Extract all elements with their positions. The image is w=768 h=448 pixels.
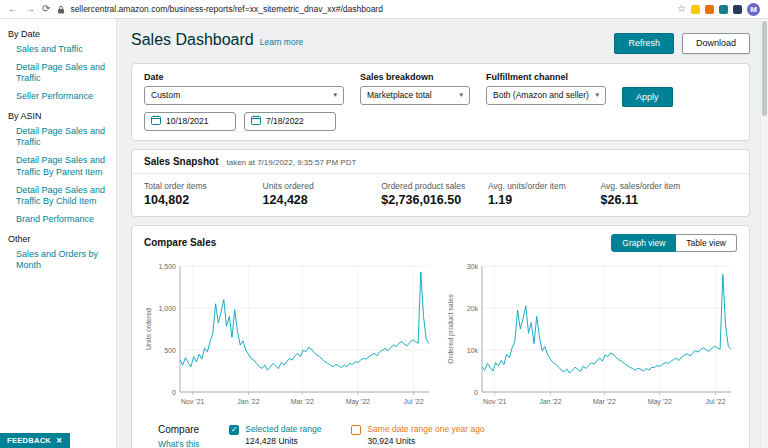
extension-icon-4[interactable] — [733, 5, 742, 14]
compare-block: Compare What's this — [158, 424, 199, 448]
snapshot-title: Sales Snapshot — [144, 156, 218, 167]
units-ordered-chart: 05001,0001,500Nov '21Jan '22Mar '22May '… — [144, 258, 436, 418]
calendar-icon — [151, 115, 161, 127]
sidebar-item-detail-page-sales-traffic-asin[interactable]: Detail Page Sales and Traffic — [0, 123, 116, 152]
calendar-icon — [251, 115, 261, 127]
compare-sales-panel: Compare Sales Graph view Table view 0500… — [131, 225, 750, 448]
metric-value: $26.11 — [601, 193, 737, 207]
svg-text:Jan '22: Jan '22 — [237, 398, 259, 405]
legend-units: 30,924 Units — [367, 436, 484, 446]
svg-text:1,500: 1,500 — [158, 262, 176, 269]
svg-text:Mar '22: Mar '22 — [592, 398, 615, 405]
svg-text:0: 0 — [172, 388, 176, 395]
units-ordered-chart-svg: 05001,0001,500Nov '21Jan '22Mar '22May '… — [144, 258, 435, 414]
metric-value: $2,736,016.50 — [381, 193, 488, 207]
metric-value: 1.19 — [488, 193, 601, 207]
sidebar: By Date Sales and Traffic Detail Page Sa… — [0, 19, 117, 448]
svg-text:Units ordered: Units ordered — [145, 308, 152, 350]
metric-label: Avg. sales/order item — [601, 181, 737, 191]
extension-icon-1[interactable] — [691, 5, 700, 14]
svg-text:Mar '22: Mar '22 — [291, 398, 314, 405]
compare-legend: Compare What's this ✓ Selected date rang… — [144, 424, 737, 448]
reload-icon[interactable]: ⟳ — [42, 4, 50, 14]
date-filter-label: Date — [144, 72, 344, 82]
bookmark-star-icon[interactable]: ☆ — [677, 4, 686, 14]
ordered-product-sales-chart: 010k20k30kNov '21Jan '22Mar '22May '22Ju… — [446, 258, 738, 418]
chevron-down-icon: ▾ — [459, 91, 463, 99]
browser-actions: ☆ M — [677, 3, 760, 16]
previous-range-checkbox[interactable] — [351, 425, 361, 435]
apply-container: Apply — [622, 72, 673, 131]
scrollbar — [760, 19, 768, 448]
extension-icon-3[interactable] — [719, 5, 728, 14]
sidebar-item-detail-page-sales-traffic-date[interactable]: Detail Page Sales and Traffic — [0, 59, 116, 88]
address-bar[interactable]: sellercentral.amazon.com/business-report… — [57, 0, 670, 18]
page-header: Sales Dashboard Learn more Refresh Downl… — [131, 31, 750, 54]
feedback-button[interactable]: FEEDBACK ✕ — [0, 433, 70, 448]
table-view-button[interactable]: Table view — [676, 234, 737, 252]
metric-label: Units ordered — [263, 181, 382, 191]
sidebar-item-brand-performance[interactable]: Brand Performance — [0, 211, 116, 229]
svg-text:0: 0 — [474, 388, 478, 395]
metric-label: Ordered product sales — [381, 181, 488, 191]
sidebar-item-sales-and-traffic[interactable]: Sales and Traffic — [0, 41, 116, 59]
back-icon[interactable]: ← — [8, 4, 18, 14]
svg-text:Nov '21: Nov '21 — [482, 398, 506, 405]
refresh-button[interactable]: Refresh — [614, 33, 674, 54]
sidebar-item-detail-page-child-item[interactable]: Detail Page Sales and Traffic By Child I… — [0, 182, 116, 211]
forward-icon[interactable]: → — [25, 4, 35, 14]
fulfillment-select[interactable]: Both (Amazon and seller) ▾ — [486, 86, 606, 105]
date-range-select[interactable]: Custom ▾ — [144, 86, 344, 105]
date-filter: Date Custom ▾ 10/18/2021 7/18/2022 — [144, 72, 344, 131]
metric-value: 104,802 — [144, 193, 263, 207]
svg-text:1,000: 1,000 — [158, 304, 176, 311]
url-text: sellercentral.amazon.com/business-report… — [70, 4, 383, 14]
whats-this-link[interactable]: What's this — [158, 439, 199, 448]
compare-sales-title: Compare Sales — [144, 237, 216, 248]
legend-label: Selected date range — [245, 424, 321, 434]
feedback-close-icon[interactable]: ✕ — [56, 436, 63, 445]
sidebar-item-detail-page-parent-item[interactable]: Detail Page Sales and Traffic By Parent … — [0, 152, 116, 181]
graph-view-button[interactable]: Graph view — [611, 234, 676, 252]
chevron-down-icon: ▾ — [595, 91, 599, 99]
sidebar-item-sales-orders-by-month[interactable]: Sales and Orders by Month — [0, 246, 116, 275]
learn-more-link[interactable]: Learn more — [260, 37, 303, 47]
selected-range-checkbox[interactable]: ✓ — [229, 425, 239, 435]
svg-text:Jul '22: Jul '22 — [705, 398, 725, 405]
extension-icon-2[interactable] — [705, 5, 714, 14]
sidebar-section-by-asin: By ASIN — [0, 106, 116, 123]
sales-breakdown-label: Sales breakdown — [360, 72, 470, 82]
filter-panel: Date Custom ▾ 10/18/2021 7/18/2022 Sales… — [131, 63, 750, 141]
legend-same-range-one-year-ago[interactable]: Same date range one year ago 30,924 Unit… — [351, 424, 484, 448]
metric-value: 124,428 — [263, 193, 382, 207]
main-content: Sales Dashboard Learn more Refresh Downl… — [117, 19, 768, 448]
apply-button[interactable]: Apply — [622, 87, 673, 107]
legend-selected-date-range[interactable]: ✓ Selected date range 124,428 Units $2,7… — [229, 424, 321, 448]
date-from-input[interactable]: 10/18/2021 — [144, 112, 236, 131]
profile-avatar[interactable]: M — [747, 3, 760, 16]
svg-text:10k: 10k — [466, 346, 478, 353]
fulfillment-value: Both (Amazon and seller) — [493, 90, 589, 100]
svg-text:20k: 20k — [466, 304, 478, 311]
svg-text:30k: 30k — [466, 262, 478, 269]
metric-avg-sales-order-item: Avg. sales/order item $26.11 — [601, 181, 737, 207]
sales-breakdown-select[interactable]: Marketplace total ▾ — [360, 86, 470, 105]
svg-text:Ordered product sales: Ordered product sales — [447, 294, 455, 364]
sidebar-item-seller-performance[interactable]: Seller Performance — [0, 88, 116, 106]
sales-breakdown-filter: Sales breakdown Marketplace total ▾ — [360, 72, 470, 131]
compare-label: Compare — [158, 424, 199, 435]
date-from-value: 10/18/2021 — [166, 116, 209, 126]
svg-text:May '22: May '22 — [346, 398, 370, 406]
metric-ordered-product-sales: Ordered product sales $2,736,016.50 — [381, 181, 488, 207]
svg-text:May '22: May '22 — [647, 398, 671, 406]
scrollbar-thumb[interactable] — [762, 21, 767, 116]
svg-text:Nov '21: Nov '21 — [181, 398, 205, 405]
snapshot-timestamp: taken at 7/19/2022, 9:35:57 PM PDT — [226, 158, 356, 167]
date-to-value: 7/18/2022 — [266, 116, 304, 126]
page-title: Sales Dashboard — [131, 31, 254, 49]
download-button[interactable]: Download — [682, 33, 750, 54]
metric-label: Avg. units/order item — [488, 181, 601, 191]
metric-total-order-items: Total order items 104,802 — [144, 181, 263, 207]
date-to-input[interactable]: 7/18/2022 — [244, 112, 336, 131]
view-toggle: Graph view Table view — [611, 234, 737, 252]
